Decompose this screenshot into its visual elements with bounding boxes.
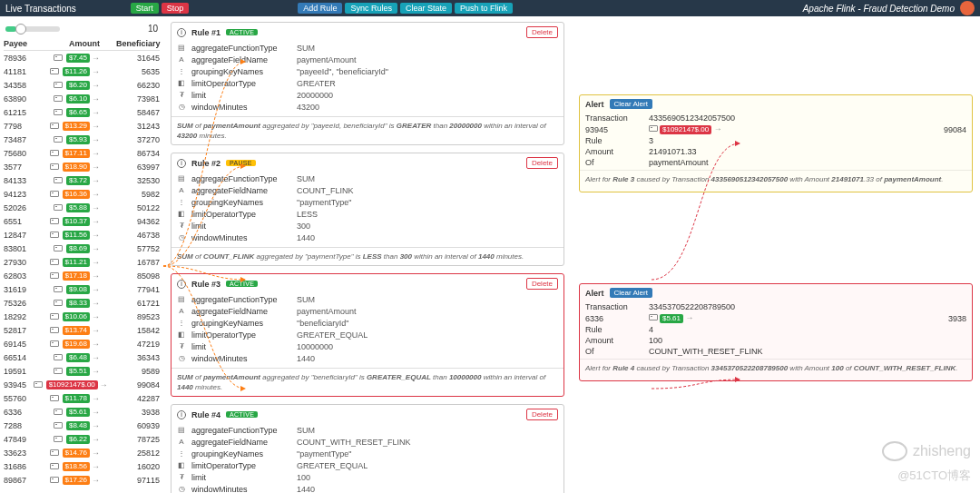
payee-cell: 75680 — [4, 149, 40, 158]
amount-cell: $6.10→ — [40, 94, 116, 104]
card-icon — [50, 327, 59, 333]
arrow-icon: → — [92, 299, 100, 308]
beneficiary-cell: 50122 — [116, 203, 160, 212]
beneficiary-cell: 99084 — [124, 380, 160, 389]
table-row: 61215 $6.65→ 58467 — [4, 105, 160, 119]
amount-cell: $10.06→ — [40, 312, 116, 321]
stop-button[interactable]: Stop — [162, 3, 190, 14]
card-icon — [54, 436, 63, 442]
amount-cell: $10.37→ — [40, 217, 116, 226]
clear-alert-button[interactable]: Clear Alert — [610, 288, 652, 298]
alerts-panel: AlertClear AlertTransaction4335690512342… — [572, 16, 980, 493]
card-icon — [50, 313, 59, 320]
rule-field: ▤aggregateFunctionTypeSUM — [177, 42, 558, 54]
payee-cell: 18292 — [4, 312, 40, 321]
payee-cell: 34358 — [4, 81, 40, 90]
arrow-icon: → — [92, 353, 100, 362]
push-to-flink-button[interactable]: Push to Flink — [455, 3, 513, 14]
card-icon — [54, 177, 63, 183]
rule-card[interactable]: iRule #4ACTIVEDelete▤aggregateFunctionTy… — [171, 404, 564, 493]
rule-field: ⋮groupingKeyNames"payeeId", "beneficiary… — [177, 65, 558, 77]
table-row: 7288 $8.48→ 60939 — [4, 419, 160, 432]
card-icon — [50, 449, 59, 456]
card-icon — [50, 232, 59, 238]
rule-field: ₮limit20000000 — [177, 89, 558, 101]
amount-cell: $6.65→ — [40, 108, 116, 117]
rule-field: ◷windowMinutes43200 — [177, 101, 558, 113]
amount-cell: $11.78→ — [40, 394, 116, 403]
card-icon — [50, 123, 59, 129]
rule-field: ◷windowMinutes1440 — [177, 232, 558, 243]
rule-field: ◧limitOperatorTypeGREATER_EQUAL — [177, 329, 558, 340]
app-title: Live Transactions — [5, 4, 76, 14]
alert-field: Amount100 — [580, 335, 972, 346]
card-icon — [50, 477, 59, 483]
table-row: 84133 $3.72→ 32530 — [4, 173, 160, 187]
beneficiary-cell: 46738 — [116, 231, 160, 240]
card-icon — [54, 95, 63, 102]
alert-field: Rule3 — [580, 135, 972, 146]
beneficiary-cell: 36343 — [116, 353, 160, 362]
beneficiary-cell: 97115 — [116, 476, 160, 485]
col-beneficiary: Beneficiary — [116, 39, 160, 48]
table-row: 78936 $7.45→ 31645 — [4, 51, 160, 64]
rule-card[interactable]: iRule #2PAUSEDelete▤aggregateFunctionTyp… — [171, 153, 564, 266]
alert-field: OfpaymentAmount — [580, 157, 972, 168]
amount-cell: $8.33→ — [40, 299, 116, 308]
rule-name: Rule #2 — [191, 159, 220, 168]
rules-panel: iRule #1ACTIVEDelete▤aggregateFunctionTy… — [163, 16, 572, 493]
amount-cell: $6.20→ — [40, 81, 116, 90]
payee-cell: 63890 — [4, 94, 40, 104]
payee-cell: 84133 — [4, 176, 40, 185]
table-row: 31619 $9.08→ 77941 — [4, 282, 160, 296]
card-icon — [50, 340, 59, 347]
delete-button[interactable]: Delete — [526, 278, 558, 290]
beneficiary-cell: 9589 — [116, 367, 160, 376]
flink-logo-icon — [960, 1, 975, 15]
card-icon — [54, 422, 63, 429]
table-row: 33623 $14.76→ 25812 — [4, 446, 160, 459]
delete-button[interactable]: Delete — [526, 409, 558, 420]
clear-state-button[interactable]: Clear State — [400, 3, 452, 14]
table-row: 47849 $6.22→ 78725 — [4, 432, 160, 446]
arrow-icon: → — [100, 380, 108, 389]
table-row: 89867 $17.26→ 97115 — [4, 473, 160, 487]
payee-cell: 73487 — [4, 135, 40, 144]
sync-rules-button[interactable]: Sync Rules — [345, 3, 397, 14]
rate-value: 10 — [148, 24, 158, 34]
payee-cell: 31686 — [4, 462, 40, 471]
amount-cell: $13.74→ — [40, 326, 116, 335]
table-row: 55760 $11.78→ 42287 — [4, 391, 160, 405]
add-rule-button[interactable]: Add Rule — [298, 3, 342, 14]
amount-cell: $11.21→ — [40, 258, 116, 267]
delete-button[interactable]: Delete — [526, 26, 558, 38]
start-button[interactable]: Start — [131, 3, 159, 14]
table-row: 6336 $5.61→ 3938 — [4, 405, 160, 419]
rule-card[interactable]: iRule #1ACTIVEDelete▤aggregateFunctionTy… — [171, 22, 564, 145]
beneficiary-cell: 5635 — [116, 67, 160, 76]
payee-cell: 61215 — [4, 108, 40, 117]
table-row: 31686 $18.56→ 16020 — [4, 459, 160, 473]
alert-summary: Alert for Rule 4 caused by Transaction 3… — [580, 359, 972, 377]
rule-card[interactable]: iRule #3ACTIVEDelete▤aggregateFunctionTy… — [171, 273, 564, 397]
arrow-icon: → — [92, 81, 100, 90]
table-row: 41181 $11.26→ 5635 — [4, 64, 160, 78]
amount-cell: $5.51→ — [40, 367, 116, 376]
rate-slider[interactable] — [5, 26, 60, 32]
beneficiary-cell: 58467 — [116, 108, 160, 117]
clear-alert-button[interactable]: Clear Alert — [610, 99, 652, 109]
table-row: 27930 $11.21→ 16787 — [4, 255, 160, 269]
arrow-icon: → — [92, 462, 100, 471]
amount-cell: $11.26→ — [40, 67, 116, 76]
alert-title: Alert — [585, 100, 604, 109]
payee-cell: 55760 — [4, 394, 40, 403]
beneficiary-cell: 16787 — [116, 258, 160, 267]
card-icon — [34, 381, 43, 388]
table-row: 6551 $10.37→ 94362 — [4, 214, 160, 228]
card-icon — [54, 300, 63, 306]
payee-cell: 83801 — [4, 244, 40, 253]
delete-button[interactable]: Delete — [526, 157, 558, 169]
info-icon: i — [177, 159, 186, 168]
beneficiary-cell: 25812 — [116, 449, 160, 458]
arrow-icon: → — [92, 326, 100, 335]
